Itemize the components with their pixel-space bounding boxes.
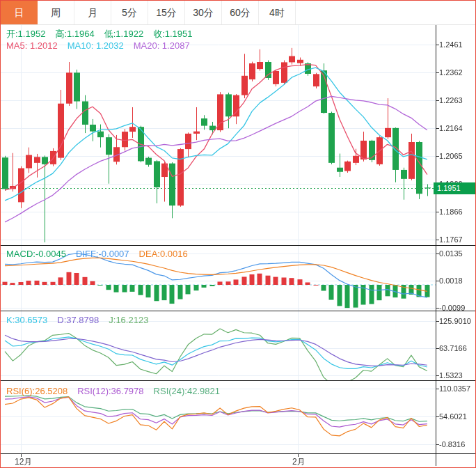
kdj-legend: K:30.6573D:37.8798J:16.2123 <box>6 315 158 325</box>
current-price-tag: 1.1951 <box>434 182 476 194</box>
price-axis-label: 1.2461 <box>439 40 475 49</box>
timeframe-tabs: 日周月5分15分30分60分4时 <box>1 1 475 25</box>
tab-month[interactable]: 月 <box>74 1 111 24</box>
ohlc-close: 收:1.1951 <box>153 29 192 39</box>
tab-5min[interactable]: 5分 <box>111 1 148 24</box>
kdj-axis-label: 125.9010 <box>439 317 475 325</box>
ohlc-open: 开:1.1952 <box>6 29 45 39</box>
j-value: J:16.2123 <box>109 315 148 325</box>
trading-chart-app: 日周月5分15分30分60分4时 开:1.1952高:1.1964低:1.192… <box>0 0 476 468</box>
ma20-legend: MA20: 1.2087 <box>134 40 190 51</box>
ohlc-legend: 开:1.1952高:1.1964低:1.1922收:1.1951 <box>6 28 203 40</box>
price-axis-label: 1.2164 <box>439 124 475 132</box>
macd-legend: MACD:-0.0045DIFF:-0.0007DEA:0.0016 <box>6 249 198 259</box>
rsi24-value: RSI(24):42.9821 <box>154 386 220 396</box>
price-axis-label: 1.1866 <box>439 208 475 216</box>
macd-axis-label: 0.0018 <box>439 276 475 285</box>
rsi-axis-label: 110.0357 <box>439 384 475 393</box>
rsi-legend: RSI(6):26.5208RSI(12):36.7978RSI(24):42.… <box>6 386 230 396</box>
k-value: K:30.6573 <box>6 315 47 325</box>
tab-day[interactable]: 日 <box>1 1 38 24</box>
tab-4hour[interactable]: 4时 <box>259 1 296 24</box>
diff-value: DIFF:-0.0007 <box>76 249 129 259</box>
kdj-axis-label: 1.5323 <box>439 371 475 380</box>
tab-30min[interactable]: 30分 <box>185 1 222 24</box>
ma-legend: MA5: 1.2012MA10: 1.2032MA20: 1.2087 <box>6 40 200 51</box>
tab-week[interactable]: 周 <box>38 1 74 24</box>
macd-axis-label: 0.0135 <box>439 249 475 258</box>
month-label: 2月 <box>292 456 306 468</box>
rsi6-value: RSI(6):26.5208 <box>6 386 68 396</box>
price-axis-label: 1.1767 <box>439 235 475 244</box>
rsi-axis-label: -0.8316 <box>439 440 475 448</box>
price-axis-label: 1.2263 <box>439 96 475 104</box>
dea-value: DEA:0.0016 <box>139 249 188 259</box>
macd-axis-label: -0.0099 <box>439 304 475 312</box>
price-axis-label: 1.2362 <box>439 68 475 77</box>
tab-60min[interactable]: 60分 <box>222 1 259 24</box>
ma5-legend: MA5: 1.2012 <box>6 40 58 51</box>
tab-15min[interactable]: 15分 <box>148 1 185 24</box>
ohlc-high: 高:1.1964 <box>55 29 94 39</box>
ma10-legend: MA10: 1.2032 <box>68 40 124 51</box>
d-value: D:37.8798 <box>57 315 99 325</box>
ohlc-low: 低:1.1922 <box>104 29 143 39</box>
month-label: 12月 <box>15 456 32 468</box>
rsi-axis-label: 54.6021 <box>439 412 475 421</box>
macd-value: MACD:-0.0045 <box>6 249 66 259</box>
kdj-axis-label: 63.7166 <box>439 344 475 352</box>
price-axis-label: 1.2065 <box>439 152 475 160</box>
rsi12-value: RSI(12):36.7978 <box>77 386 143 396</box>
chart-canvas[interactable] <box>1 1 476 468</box>
